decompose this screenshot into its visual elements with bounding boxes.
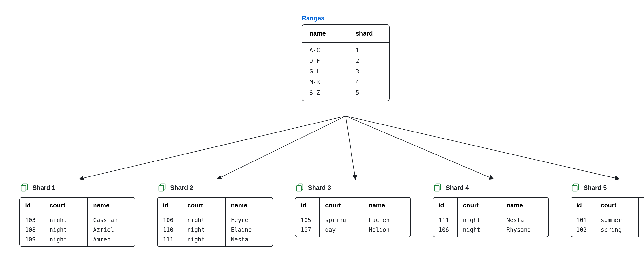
shard-3-table: id court name 105springLucien 107dayHeli… — [295, 197, 411, 237]
shard-5-header: Shard 5 — [570, 183, 644, 192]
shard-2: Shard 2 id court name 100nightFeyre 110n… — [157, 183, 273, 247]
table-row: 110nightElaine — [158, 225, 273, 235]
shard-3: Shard 3 id court name 105springLucien 10… — [295, 183, 411, 247]
shard-2-table: id court name 100nightFeyre 110nightElai… — [157, 197, 273, 247]
table-row: 102springTamlin — [571, 225, 644, 237]
svg-rect-7 — [434, 186, 439, 191]
arrow-to-shard-5 — [346, 116, 619, 179]
ranges-header-shard: shard — [348, 25, 389, 42]
database-icon — [19, 183, 29, 192]
ranges-body: A-C1 D-F2 G-L3 M-R4 S-Z5 — [302, 42, 389, 100]
table-row: 103nightCassian — [20, 213, 135, 225]
ranges-header-name: name — [302, 25, 348, 42]
database-icon — [433, 183, 442, 192]
shard-5: Shard 5 id court name 101summerTarquin 1… — [570, 183, 644, 247]
table-row: 111nightNesta — [158, 235, 273, 246]
shard-3-title: Shard 3 — [308, 184, 331, 192]
shards-row: Shard 1 id court name 103nightCassian 10… — [19, 183, 644, 247]
database-icon — [157, 183, 167, 192]
svg-rect-1 — [21, 186, 26, 191]
shard-4-header: Shard 4 — [433, 183, 549, 192]
shard-2-header: Shard 2 — [157, 183, 273, 192]
table-row: 100nightFeyre — [158, 213, 273, 225]
shard-header-name: name — [88, 198, 135, 213]
database-icon — [570, 183, 580, 192]
svg-rect-9 — [572, 186, 577, 191]
table-row: 106nightRhysand — [433, 225, 548, 237]
shard-4-title: Shard 4 — [446, 184, 469, 192]
shard-4: Shard 4 id court name 111nightNesta 106n… — [433, 183, 549, 247]
table-row: 101summerTarquin — [571, 213, 644, 225]
arrow-to-shard-4 — [346, 116, 493, 179]
arrow-to-shard-2 — [218, 116, 346, 179]
shard-header-court: court — [44, 198, 88, 213]
table-row: 107dayHelion — [296, 225, 410, 237]
shard-5-table: id court name 101summerTarquin 102spring… — [570, 197, 644, 237]
database-icon — [295, 183, 304, 192]
table-row: 109nightAmren — [20, 235, 135, 246]
shard-5-title: Shard 5 — [584, 184, 606, 192]
shard-4-table: id court name 111nightNesta 106nightRhys… — [433, 197, 549, 237]
shard-1-header: Shard 1 — [19, 183, 136, 192]
svg-rect-5 — [296, 186, 302, 191]
arrow-to-shard-3 — [346, 116, 355, 179]
ranges-block: Ranges name shard A-C1 D-F2 G-L3 M-R4 S-… — [302, 14, 390, 101]
shard-2-title: Shard 2 — [170, 184, 193, 192]
ranges-table: name shard A-C1 D-F2 G-L3 M-R4 S-Z5 — [302, 24, 390, 101]
table-row: 105springLucien — [296, 213, 410, 225]
table-row: 111nightNesta — [433, 213, 548, 225]
svg-rect-3 — [159, 186, 164, 191]
shard-1: Shard 1 id court name 103nightCassian 10… — [19, 183, 136, 247]
shard-header-id: id — [20, 198, 44, 213]
shard-3-header: Shard 3 — [295, 183, 411, 192]
ranges-title: Ranges — [302, 14, 390, 22]
table-row: 108nightAzriel — [20, 225, 135, 235]
shard-1-title: Shard 1 — [32, 184, 55, 192]
arrow-to-shard-1 — [80, 116, 346, 179]
shard-1-table: id court name 103nightCassian 108nightAz… — [19, 197, 136, 247]
